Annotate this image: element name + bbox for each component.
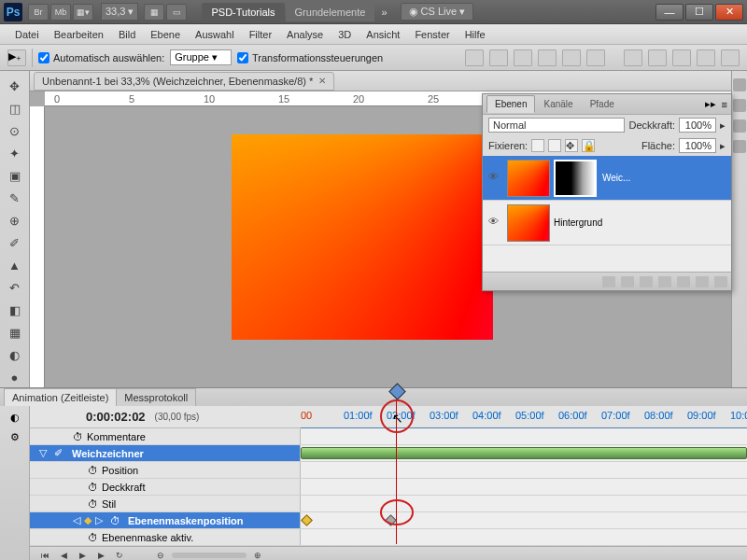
link-icon[interactable]	[602, 276, 615, 287]
minibridge-button[interactable]: Mb	[50, 4, 71, 21]
goto-start-button[interactable]: ⏮	[37, 550, 52, 561]
distribute-icon[interactable]	[648, 49, 667, 66]
onion-icon[interactable]: ◐	[10, 412, 20, 424]
marquee-tool[interactable]: ◫	[4, 98, 26, 119]
distribute-icon[interactable]	[672, 49, 691, 66]
close-icon[interactable]: ✕	[318, 76, 326, 86]
move-tool-icon[interactable]: ▶₊	[7, 49, 26, 66]
layer-thumbnail[interactable]	[507, 204, 550, 242]
timecode[interactable]: 0:00:02:02	[86, 410, 146, 424]
keyframe[interactable]	[385, 514, 397, 526]
align-icon[interactable]	[586, 49, 605, 66]
viewmode-button[interactable]: ▦▾	[73, 4, 93, 21]
panel-menu-icon[interactable]: ≡	[722, 99, 727, 110]
panel-icon[interactable]	[733, 99, 746, 112]
lock-position-icon[interactable]: ✥	[565, 139, 578, 152]
bridge-button[interactable]: Br	[28, 4, 49, 21]
lock-all-icon[interactable]: 🔒	[582, 139, 595, 152]
menu-auswahl[interactable]: Auswahl	[188, 26, 242, 43]
panel-icon[interactable]	[733, 119, 746, 133]
track-label[interactable]: Weichzeichner	[72, 448, 144, 459]
prev-frame-button[interactable]: ◀	[56, 550, 71, 561]
arrow-icon[interactable]: ▸	[720, 119, 726, 132]
zoom-in-button[interactable]: ⊕	[250, 550, 265, 561]
panel-icon[interactable]	[733, 78, 746, 91]
cslive-button[interactable]: ◉ CS Live ▾	[401, 3, 474, 21]
zoom-slider[interactable]	[172, 553, 247, 558]
crop-tool[interactable]: ▣	[4, 165, 26, 186]
tab-pfade[interactable]: Pfade	[582, 95, 623, 113]
next-frame-button[interactable]: ▶	[93, 550, 108, 561]
opacity-input[interactable]: 100%	[679, 118, 716, 133]
loop-button[interactable]: ↻	[112, 550, 127, 561]
mask-icon[interactable]	[640, 276, 653, 287]
distribute-icon[interactable]	[721, 49, 740, 66]
align-icon[interactable]	[489, 49, 508, 66]
trash-icon[interactable]	[714, 276, 727, 287]
menu-bild[interactable]: Bild	[111, 26, 143, 43]
dodge-tool[interactable]: ●	[4, 367, 26, 387]
stamp-tool[interactable]: ▲	[4, 255, 26, 275]
layer-name[interactable]: Hintergrund	[554, 217, 602, 228]
align-icon[interactable]	[465, 49, 484, 66]
more-icon[interactable]: »	[375, 7, 392, 18]
tab-kanaele[interactable]: Kanäle	[535, 95, 581, 113]
tab-animation[interactable]: Animation (Zeitleiste)	[4, 388, 117, 406]
document-tab[interactable]: Unbenannt-1 bei 33,3% (Weichzeichner, Eb…	[34, 72, 334, 91]
lock-transparent-icon[interactable]	[531, 139, 544, 152]
stopwatch-icon[interactable]: ⏱	[110, 515, 120, 526]
settings-icon[interactable]: ⚙	[10, 431, 20, 443]
keyframe[interactable]	[301, 514, 313, 526]
menu-hilfe[interactable]: Hilfe	[458, 26, 493, 43]
align-icon[interactable]	[514, 49, 532, 66]
transform-check[interactable]: Transformationssteuerungen	[237, 52, 383, 63]
panel-icon[interactable]	[733, 140, 746, 153]
stopwatch-icon[interactable]: ⏱	[88, 532, 98, 543]
blend-mode-select[interactable]: Normal	[488, 118, 625, 133]
tab-ebenen[interactable]: Ebenen	[486, 95, 535, 113]
menu-datei[interactable]: Datei	[7, 26, 47, 43]
kf-diamond-icon[interactable]: ◆	[84, 514, 92, 526]
layer-thumbnail[interactable]	[507, 160, 550, 197]
track-label[interactable]: Ebenenmaskenposition	[128, 515, 243, 526]
disclosure-icon[interactable]: ▽	[39, 447, 47, 459]
zoom-out-button[interactable]: ⊖	[153, 550, 168, 561]
menu-filter[interactable]: Filter	[242, 26, 279, 43]
layer-row[interactable]: 👁 Weic...	[483, 156, 731, 201]
workspace-tab-tutorials[interactable]: PSD-Tutorials	[202, 3, 284, 21]
time-ruler[interactable]: 00 01:00f 02:00f 03:00f 04:00f 05:00f 06…	[301, 406, 747, 428]
auto-select-check[interactable]: Automatisch auswählen:	[38, 52, 164, 63]
brush-tool[interactable]: ✐	[4, 232, 26, 253]
history-brush-tool[interactable]: ↶	[4, 277, 26, 298]
wand-tool[interactable]: ✦	[4, 143, 26, 163]
align-icon[interactable]	[538, 49, 557, 66]
menu-fenster[interactable]: Fenster	[407, 26, 457, 43]
group-icon[interactable]	[677, 276, 690, 287]
blur-tool[interactable]: ◐	[4, 344, 26, 365]
heal-tool[interactable]: ⊕	[4, 210, 26, 231]
align-icon[interactable]	[562, 49, 581, 66]
stopwatch-icon[interactable]: ⏱	[88, 465, 98, 476]
tab-messprotokoll[interactable]: Messprotokoll	[116, 388, 196, 406]
play-button[interactable]: ▶	[75, 550, 90, 561]
playhead[interactable]	[396, 385, 397, 544]
move-tool[interactable]: ✥	[4, 76, 26, 96]
distribute-icon[interactable]	[697, 49, 715, 66]
lasso-tool[interactable]: ⊙	[4, 120, 26, 141]
workspace-tab-grund[interactable]: Grundelemente	[286, 3, 375, 21]
visibility-icon[interactable]: 👁	[488, 171, 503, 186]
visibility-icon[interactable]: 👁	[488, 216, 503, 231]
menu-analyse[interactable]: Analyse	[279, 26, 331, 43]
layer-name[interactable]: Weic...	[602, 173, 630, 183]
prev-kf-icon[interactable]: ◁	[73, 514, 80, 526]
zoom-select[interactable]: 33,3 ▾	[101, 3, 138, 21]
grid-button[interactable]: ▦	[144, 4, 164, 21]
layer-row[interactable]: 👁 Hintergrund	[483, 201, 731, 245]
menu-ansicht[interactable]: Ansicht	[359, 26, 407, 43]
menu-3d[interactable]: 3D	[331, 26, 359, 43]
maximize-button[interactable]: ☐	[685, 4, 713, 21]
stopwatch-icon[interactable]: ⏱	[88, 482, 98, 493]
arrow-icon[interactable]: ▸	[720, 140, 726, 152]
proof-button[interactable]: ▭	[166, 4, 187, 21]
close-button[interactable]: ✕	[715, 4, 743, 21]
